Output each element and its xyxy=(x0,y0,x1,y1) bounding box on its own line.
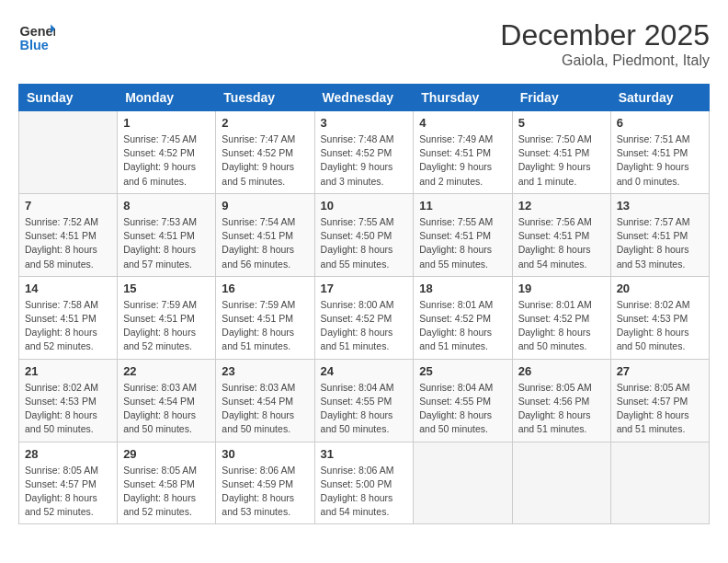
calendar-subtitle: Gaiola, Piedmont, Italy xyxy=(500,52,710,69)
calendar-cell: 10Sunrise: 7:55 AMSunset: 4:50 PMDayligh… xyxy=(314,193,414,276)
calendar-cell: 3Sunrise: 7:48 AMSunset: 4:52 PMDaylight… xyxy=(314,111,414,194)
day-number: 10 xyxy=(321,199,408,213)
calendar-week-4: 21Sunrise: 8:02 AMSunset: 4:53 PMDayligh… xyxy=(19,359,710,442)
calendar-cell: 28Sunrise: 8:05 AMSunset: 4:57 PMDayligh… xyxy=(19,442,118,524)
day-number: 14 xyxy=(25,282,111,295)
page-header: General Blue December 2025 Gaiola, Piedm… xyxy=(18,18,710,69)
column-header-saturday: Saturday xyxy=(610,85,709,111)
day-info: Sunrise: 7:50 AMSunset: 4:51 PMDaylight:… xyxy=(518,132,605,189)
column-header-sunday: Sunday xyxy=(19,85,118,111)
day-number: 18 xyxy=(419,282,506,295)
calendar-cell: 14Sunrise: 7:58 AMSunset: 4:51 PMDayligh… xyxy=(19,276,118,359)
calendar-cell: 18Sunrise: 8:01 AMSunset: 4:52 PMDayligh… xyxy=(414,276,512,359)
calendar-cell: 11Sunrise: 7:55 AMSunset: 4:51 PMDayligh… xyxy=(414,193,512,276)
calendar-cell: 4Sunrise: 7:49 AMSunset: 4:51 PMDaylight… xyxy=(414,111,512,194)
column-header-friday: Friday xyxy=(512,85,610,111)
day-info: Sunrise: 7:52 AMSunset: 4:51 PMDaylight:… xyxy=(25,215,111,271)
day-number: 25 xyxy=(419,364,506,378)
svg-text:General: General xyxy=(20,24,55,39)
day-number: 13 xyxy=(617,199,703,213)
day-number: 5 xyxy=(518,116,605,130)
calendar-cell: 16Sunrise: 7:59 AMSunset: 4:51 PMDayligh… xyxy=(216,276,314,359)
day-number: 12 xyxy=(518,199,605,213)
column-header-thursday: Thursday xyxy=(414,85,512,111)
day-info: Sunrise: 7:55 AMSunset: 4:50 PMDaylight:… xyxy=(321,215,408,271)
calendar-cell: 6Sunrise: 7:51 AMSunset: 4:51 PMDaylight… xyxy=(610,111,709,194)
day-info: Sunrise: 8:00 AMSunset: 4:52 PMDaylight:… xyxy=(321,298,408,354)
day-info: Sunrise: 8:02 AMSunset: 4:53 PMDaylight:… xyxy=(617,298,703,354)
day-info: Sunrise: 8:06 AMSunset: 5:00 PMDaylight:… xyxy=(321,464,408,520)
day-number: 11 xyxy=(419,199,506,213)
calendar-week-5: 28Sunrise: 8:05 AMSunset: 4:57 PMDayligh… xyxy=(19,442,710,524)
day-info: Sunrise: 7:53 AMSunset: 4:51 PMDaylight:… xyxy=(123,215,210,271)
day-number: 6 xyxy=(617,116,703,130)
day-number: 19 xyxy=(518,282,605,295)
calendar-cell: 30Sunrise: 8:06 AMSunset: 4:59 PMDayligh… xyxy=(216,442,314,524)
calendar-title: December 2025 xyxy=(500,18,710,52)
day-info: Sunrise: 8:06 AMSunset: 4:59 PMDaylight:… xyxy=(222,464,308,520)
day-info: Sunrise: 8:05 AMSunset: 4:57 PMDaylight:… xyxy=(25,464,111,520)
calendar-cell: 17Sunrise: 8:00 AMSunset: 4:52 PMDayligh… xyxy=(314,276,414,359)
day-info: Sunrise: 7:45 AMSunset: 4:52 PMDaylight:… xyxy=(123,132,210,189)
day-info: Sunrise: 8:04 AMSunset: 4:55 PMDaylight:… xyxy=(321,381,408,437)
calendar-cell: 9Sunrise: 7:54 AMSunset: 4:51 PMDaylight… xyxy=(216,193,314,276)
day-number: 31 xyxy=(321,447,408,461)
day-info: Sunrise: 7:48 AMSunset: 4:52 PMDaylight:… xyxy=(321,132,408,189)
logo: General Blue xyxy=(18,18,55,55)
day-number: 7 xyxy=(25,199,111,213)
calendar-cell xyxy=(610,442,709,524)
calendar-cell: 29Sunrise: 8:05 AMSunset: 4:58 PMDayligh… xyxy=(118,442,216,524)
calendar-cell: 20Sunrise: 8:02 AMSunset: 4:53 PMDayligh… xyxy=(610,276,709,359)
day-info: Sunrise: 7:57 AMSunset: 4:51 PMDaylight:… xyxy=(617,215,703,271)
day-info: Sunrise: 7:54 AMSunset: 4:51 PMDaylight:… xyxy=(222,215,308,271)
day-info: Sunrise: 8:01 AMSunset: 4:52 PMDaylight:… xyxy=(419,298,506,354)
calendar-cell: 7Sunrise: 7:52 AMSunset: 4:51 PMDaylight… xyxy=(19,193,118,276)
calendar-cell: 5Sunrise: 7:50 AMSunset: 4:51 PMDaylight… xyxy=(512,111,610,194)
day-number: 22 xyxy=(123,364,210,378)
day-number: 16 xyxy=(222,282,308,295)
calendar-cell xyxy=(19,111,118,194)
day-info: Sunrise: 7:55 AMSunset: 4:51 PMDaylight:… xyxy=(419,215,506,271)
calendar-cell: 21Sunrise: 8:02 AMSunset: 4:53 PMDayligh… xyxy=(19,359,118,442)
svg-text:Blue: Blue xyxy=(20,38,49,52)
calendar-week-3: 14Sunrise: 7:58 AMSunset: 4:51 PMDayligh… xyxy=(19,276,710,359)
day-info: Sunrise: 8:05 AMSunset: 4:56 PMDaylight:… xyxy=(518,381,605,437)
day-info: Sunrise: 8:03 AMSunset: 4:54 PMDaylight:… xyxy=(123,381,210,437)
calendar-cell: 27Sunrise: 8:05 AMSunset: 4:57 PMDayligh… xyxy=(610,359,709,442)
day-number: 3 xyxy=(321,116,408,130)
calendar-cell: 1Sunrise: 7:45 AMSunset: 4:52 PMDaylight… xyxy=(118,111,216,194)
calendar-cell: 24Sunrise: 8:04 AMSunset: 4:55 PMDayligh… xyxy=(314,359,414,442)
day-info: Sunrise: 7:59 AMSunset: 4:51 PMDaylight:… xyxy=(222,298,308,354)
calendar-cell: 22Sunrise: 8:03 AMSunset: 4:54 PMDayligh… xyxy=(118,359,216,442)
calendar-cell: 19Sunrise: 8:01 AMSunset: 4:52 PMDayligh… xyxy=(512,276,610,359)
day-info: Sunrise: 7:59 AMSunset: 4:51 PMDaylight:… xyxy=(123,298,210,354)
day-info: Sunrise: 8:03 AMSunset: 4:54 PMDaylight:… xyxy=(222,381,308,437)
logo-icon: General Blue xyxy=(18,18,55,55)
day-number: 28 xyxy=(25,447,111,461)
day-info: Sunrise: 7:56 AMSunset: 4:51 PMDaylight:… xyxy=(518,215,605,271)
calendar-cell: 15Sunrise: 7:59 AMSunset: 4:51 PMDayligh… xyxy=(118,276,216,359)
calendar-table: SundayMondayTuesdayWednesdayThursdayFrid… xyxy=(18,84,710,524)
calendar-cell: 2Sunrise: 7:47 AMSunset: 4:52 PMDaylight… xyxy=(216,111,314,194)
calendar-cell: 26Sunrise: 8:05 AMSunset: 4:56 PMDayligh… xyxy=(512,359,610,442)
calendar-cell: 12Sunrise: 7:56 AMSunset: 4:51 PMDayligh… xyxy=(512,193,610,276)
calendar-cell: 8Sunrise: 7:53 AMSunset: 4:51 PMDaylight… xyxy=(118,193,216,276)
day-info: Sunrise: 7:49 AMSunset: 4:51 PMDaylight:… xyxy=(419,132,506,189)
calendar-week-1: 1Sunrise: 7:45 AMSunset: 4:52 PMDaylight… xyxy=(19,111,710,194)
day-number: 23 xyxy=(222,364,308,378)
day-info: Sunrise: 8:04 AMSunset: 4:55 PMDaylight:… xyxy=(419,381,506,437)
column-header-monday: Monday xyxy=(118,85,216,111)
day-number: 17 xyxy=(321,282,408,295)
day-number: 8 xyxy=(123,199,210,213)
day-info: Sunrise: 7:51 AMSunset: 4:51 PMDaylight:… xyxy=(617,132,703,189)
column-header-wednesday: Wednesday xyxy=(314,85,414,111)
day-number: 27 xyxy=(617,364,703,378)
day-info: Sunrise: 8:05 AMSunset: 4:57 PMDaylight:… xyxy=(617,381,703,437)
calendar-header-row: SundayMondayTuesdayWednesdayThursdayFrid… xyxy=(19,85,710,111)
calendar-cell: 25Sunrise: 8:04 AMSunset: 4:55 PMDayligh… xyxy=(414,359,512,442)
day-number: 15 xyxy=(123,282,210,295)
calendar-cell: 13Sunrise: 7:57 AMSunset: 4:51 PMDayligh… xyxy=(610,193,709,276)
day-number: 4 xyxy=(419,116,506,130)
day-number: 20 xyxy=(617,282,703,295)
day-number: 24 xyxy=(321,364,408,378)
